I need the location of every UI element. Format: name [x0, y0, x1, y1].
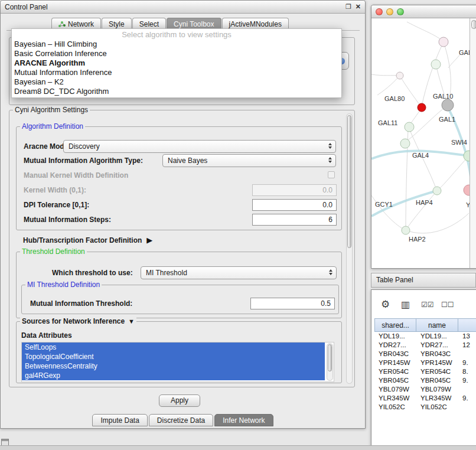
table-row[interactable]: YDR27... YDR27... 12 — [374, 341, 476, 350]
cell: YBR045C — [416, 376, 458, 385]
table-row[interactable]: YLR345W YLR345W 9. — [374, 394, 476, 403]
tab-impute-data[interactable]: Impute Data — [92, 414, 147, 426]
attributes-scrollbar[interactable] — [327, 343, 333, 381]
node-gal1-gray[interactable] — [442, 99, 454, 111]
algorithm-definition-title: Algorithm Definition — [20, 122, 85, 131]
attribute-item-topologicalcoefficient[interactable]: TopologicalCoefficient — [22, 352, 325, 361]
mi-steps-label: Mutual Information Steps: — [24, 216, 111, 224]
column-header-name[interactable]: name — [416, 318, 458, 332]
table-row[interactable]: YIL052C YIL052C — [374, 403, 476, 412]
mi-algorithm-type-value: Naive Bayes — [168, 156, 207, 165]
control-panel-titlebar[interactable]: Control Panel ❐ ✕ — [1, 1, 365, 14]
cell: 13 — [458, 332, 476, 341]
mi-threshold-input[interactable]: 0.5 — [250, 298, 335, 309]
table-body[interactable]: YDL19... YDL19... 13 YDR27... YDR27... 1… — [374, 332, 476, 412]
table-row[interactable]: YER054C YER054C 8. — [374, 367, 476, 376]
node-gal4-green[interactable] — [400, 139, 410, 148]
cell: YBL079W — [374, 385, 416, 394]
algorithm-option-bayesian-k2[interactable]: Bayesian – K2 — [12, 77, 341, 87]
node-label-gal1: GAL1 — [439, 116, 455, 123]
network-window-titlebar[interactable] — [371, 5, 476, 18]
network-icon — [58, 21, 66, 28]
table-row[interactable]: YBL079W YBL079W — [374, 385, 476, 394]
attribute-item-betweennesscentrality[interactable]: BetweennessCentrality — [22, 361, 325, 371]
node-gal11-green[interactable] — [405, 122, 414, 132]
which-threshold-value: MI Threshold — [146, 269, 187, 277]
table-row[interactable]: YBR045C YBR045C 9. — [374, 376, 476, 385]
node-label-gal4: GAL4 — [412, 152, 429, 159]
network-scrollbar-thumb[interactable] — [471, 20, 476, 29]
node-label-gal80: GAL80 — [384, 95, 405, 102]
table-row[interactable]: YBR043C YBR043C — [374, 350, 476, 358]
algorithm-option-basic-correlation[interactable]: Basic Correlation Inference — [12, 49, 341, 58]
node-upper-green[interactable] — [431, 60, 441, 69]
which-threshold-select[interactable]: MI Threshold — [141, 266, 337, 279]
attribute-item-selfloops[interactable]: SelfLoops — [22, 343, 325, 352]
aracne-mode-value: Discovery — [69, 142, 100, 151]
algorithm-option-aracne[interactable]: ARACNE Algorithm — [12, 58, 341, 68]
node-right-pink[interactable] — [464, 185, 470, 195]
attributes-scrollbar-thumb[interactable] — [328, 344, 332, 371]
kernel-width-label: Kernel Width (0,1): — [24, 186, 86, 194]
mac-close-button[interactable] — [376, 8, 383, 15]
close-window-icon[interactable]: ✕ — [356, 3, 361, 11]
settings-scrollbar-thumb[interactable] — [347, 115, 351, 248]
cell: YBR045C — [374, 376, 416, 385]
algorithm-option-bayesian-hill-climbing[interactable]: Bayesian – Hill Climbing — [12, 40, 341, 49]
column-header-3[interactable] — [458, 318, 476, 332]
network-view-window: GAL80 GAL10 GAL11 GAL1 SWI4 GAL4 GCY1 HA… — [371, 5, 476, 269]
expand-right-icon[interactable]: ▶ — [146, 236, 152, 244]
cell: YLR345W — [416, 394, 458, 403]
node-hap2-green[interactable] — [402, 226, 410, 234]
deselect-all-checkboxes-icon[interactable]: ☐☐ — [441, 301, 454, 309]
data-attributes-label: Data Attributes — [21, 331, 72, 340]
hub-tf-definition-row[interactable]: Hub/Transcription Factor Definition ▶ — [23, 236, 152, 244]
table-row[interactable]: YDL19... YDL19... 13 — [374, 332, 476, 341]
cell: YBR043C — [416, 350, 458, 358]
gear-icon[interactable]: ⚙ — [381, 298, 390, 311]
algorithm-option-mutual-information[interactable]: Mutual Information Inference — [12, 68, 341, 77]
node-small-left[interactable] — [396, 72, 403, 79]
mi-steps-input[interactable]: 6 — [252, 214, 337, 226]
node-top-pink[interactable] — [439, 37, 448, 47]
sources-group-title: Sources for Network Inference — [22, 317, 125, 325]
node-hap4-green[interactable] — [433, 187, 441, 195]
node-gal10-red[interactable] — [418, 103, 426, 112]
data-attributes-list[interactable]: SelfLoops TopologicalCoefficient Between… — [21, 342, 334, 382]
node-label-hap2: HAP2 — [409, 236, 426, 243]
sources-group-header[interactable]: Sources for Network Inference ▼ — [20, 317, 136, 325]
tab-discretize-data[interactable]: Discretize Data — [149, 414, 213, 426]
manual-kernel-checkbox[interactable] — [328, 171, 335, 178]
table-row[interactable]: YPR145W YPR145W 9. — [374, 358, 476, 367]
mac-zoom-button[interactable] — [397, 8, 404, 15]
aracne-mode-select[interactable]: Discovery — [63, 140, 336, 153]
attribute-item-gal4rgexp[interactable]: gal4RGexp — [22, 371, 325, 380]
columns-icon[interactable]: ▥ — [401, 299, 410, 310]
cell: YDL19... — [416, 332, 458, 341]
select-all-checkboxes-icon[interactable]: ☑☑ — [421, 301, 434, 309]
cell: YER054C — [416, 367, 458, 376]
window-title: Control Panel — [5, 3, 48, 11]
dpi-tolerance-input[interactable]: 0.0 — [252, 199, 337, 211]
column-header-shared-name[interactable]: shared... — [374, 318, 416, 332]
apply-button[interactable]: Apply — [159, 394, 200, 407]
cell: YBR043C — [374, 350, 416, 358]
cell: 9. — [458, 376, 476, 385]
mac-minimize-button[interactable] — [386, 8, 393, 15]
node-label-gal11: GAL11 — [378, 119, 397, 126]
updown-arrows-icon — [329, 269, 332, 275]
network-canvas[interactable]: GAL80 GAL10 GAL11 GAL1 SWI4 GAL4 GCY1 HA… — [371, 18, 470, 268]
algorithm-dropdown-popup: Select algorithm to view settings Bayesi… — [11, 28, 342, 98]
mi-algorithm-type-select[interactable]: Naive Bayes — [162, 154, 336, 167]
kernel-width-input[interactable]: 0.0 — [252, 184, 337, 196]
settings-scrollbar[interactable] — [346, 113, 353, 384]
cell: YIL052C — [374, 403, 416, 412]
collapse-down-icon[interactable]: ▼ — [128, 317, 135, 325]
network-vertical-scrollbar[interactable] — [470, 18, 476, 268]
float-window-icon[interactable]: ❐ — [345, 3, 351, 11]
tab-infer-network[interactable]: Infer Network — [214, 414, 273, 426]
hub-tf-definition-label: Hub/Transcription Factor Definition — [23, 236, 142, 244]
cell: YPR145W — [374, 358, 416, 367]
algorithm-option-dream8[interactable]: Dream8 DC_TDC Algorithm — [12, 87, 341, 96]
table-panel-header[interactable]: Table Panel — [371, 273, 476, 288]
